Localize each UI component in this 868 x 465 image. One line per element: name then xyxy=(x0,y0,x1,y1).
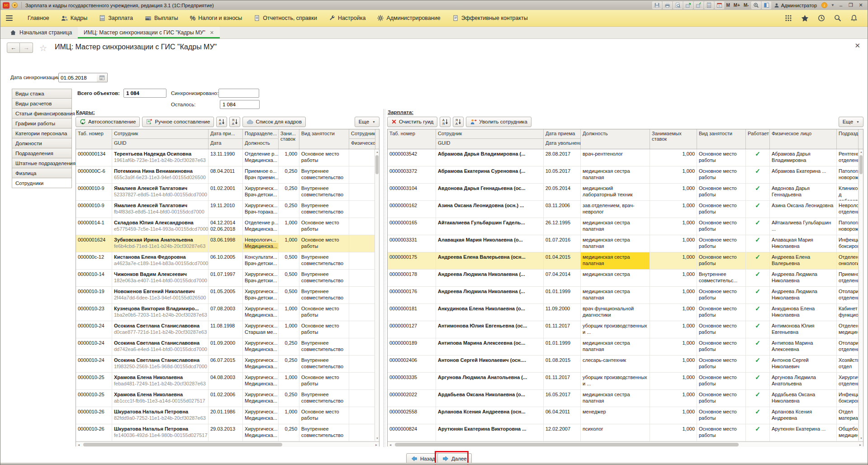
zarplata-row[interactable]: 0000003331Алавацкая Мария Николаевна (о.… xyxy=(388,235,863,252)
menu-kadry[interactable]: Кадры xyxy=(55,10,93,27)
back-button[interactable]: Назад xyxy=(406,453,440,464)
cell-podrazdelenie[interactable]: Хозяйств отдел xyxy=(837,356,859,372)
scroll-down-icon[interactable]: ▾ xyxy=(859,436,863,441)
cell-podrazdelenie[interactable]: Хирургическ...Врач-детски... xyxy=(243,184,279,200)
kadry-row[interactable]: 0000010-25Храмова Елена Николаевнаab1ccc… xyxy=(76,390,379,407)
zarplata-row[interactable]: 0000000176Андреева Людмила Николаевна (.… xyxy=(388,287,863,304)
cell-stavok[interactable]: 1,000 xyxy=(650,287,697,304)
cell-fizlico[interactable]: Анкудинова Елена Николаевна xyxy=(770,304,837,321)
cell-sotrudnik-v-programme[interactable] xyxy=(349,184,375,200)
cell-rabotaet[interactable]: ✓ xyxy=(746,149,770,166)
cell-sotrudnik[interactable]: Чижонков Вадим Алексеевич182e063a-e407-1… xyxy=(112,270,209,286)
cell-podrazdelenie[interactable]: Отдел материал xyxy=(837,407,859,424)
cell-vid-zanyatosti[interactable]: Основное место работы xyxy=(697,373,746,389)
cell-data-priema[interactable]: 01.11.2017 xyxy=(544,321,581,338)
cell-vid-zanyatosti[interactable]: Основное место работы xyxy=(299,321,349,338)
sort-desc-button[interactable]: ЯА xyxy=(453,117,464,127)
cell-sotrudnik[interactable]: Храмова Елена Николаевнаab1ccc1f-fb9b-11… xyxy=(112,390,209,407)
cell-sotrudnik[interactable]: Андреева Людмила Николаевна (... xyxy=(436,287,544,304)
cell-data[interactable]: 06.07.2015 xyxy=(209,356,243,372)
cell-data-priema[interactable]: 01.07.2016 xyxy=(544,235,581,252)
menu-vyplaty[interactable]: Выплаты xyxy=(139,10,184,27)
cell-stavok[interactable]: 1,000 xyxy=(650,304,697,321)
cell-stavok[interactable]: 1,000 xyxy=(650,407,697,424)
cell-podrazdelenie[interactable]: Отоларин отделени xyxy=(837,338,859,355)
cell-podrazdelenie[interactable]: Хирургическ...Медицинска... xyxy=(243,424,279,441)
cell-data-priema[interactable]: 01.01.1999 xyxy=(544,287,581,304)
kadry-row[interactable]: 0000010-24Осокина Светлана Станиславовна… xyxy=(76,338,379,356)
cell-tab-nomer[interactable]: 0000000181 xyxy=(388,304,436,321)
manual-match-button[interactable]: Ручное сопоставление xyxy=(142,117,214,127)
zarplata-row[interactable]: 0000000162Азина Оксана Леонидовна (осн.)… xyxy=(388,201,863,218)
cell-dolzhnost[interactable]: менеджер xyxy=(581,407,650,424)
kadry-row[interactable]: 00000014-1Складова Юлия Александровнаe57… xyxy=(76,218,379,235)
zarplata-v-scrollbar[interactable]: ▴ ▾ xyxy=(859,149,863,441)
cell-data[interactable]: 06.10.2005 xyxy=(209,252,243,269)
cell-sotrudnik[interactable]: Складова Юлия Александровнаe5775459-7c5e… xyxy=(112,218,209,235)
scroll-up-icon[interactable]: ▴ xyxy=(859,149,863,154)
cell-fizlico[interactable]: Андреева Людмила Николаевна xyxy=(770,270,837,286)
cell-tab-nomer[interactable]: 00000014-1 xyxy=(76,218,112,235)
col-header-data-priema[interactable]: Дата при...Дата xyxy=(209,129,243,149)
menu-otchetnost[interactable]: Отчетность, справки xyxy=(248,10,323,27)
cell-dolzhnost[interactable]: психолог xyxy=(581,424,650,441)
cell-stavok[interactable]: 1,000 xyxy=(650,321,697,338)
cell-fizlico[interactable]: Антимонова Юлия Евгеньевна xyxy=(770,321,837,338)
zarplata-h-scrollbar[interactable]: ◂ ▸ xyxy=(388,441,863,447)
kadry-row[interactable]: 0000010-19Новоженов Евгений Николаевич2f… xyxy=(76,287,379,304)
cell-data[interactable]: 19.11.2010 xyxy=(209,201,243,218)
zarplata-row[interactable]: 0000003372Абрамова Екатерина Суреновна (… xyxy=(388,166,863,184)
menu-nastroika[interactable]: Настройка xyxy=(323,10,372,27)
cell-tab-nomer[interactable]: 0000010-26 xyxy=(76,407,112,424)
cell-sotrudnik[interactable]: Осокина Светлана Станиславовнаdd742ea6-e… xyxy=(112,338,209,355)
cell-data-priema[interactable]: 26.12.1995 xyxy=(544,218,581,235)
total-objects-field[interactable]: 1 084 xyxy=(123,89,166,98)
cell-stavok[interactable]: 0,250 xyxy=(279,184,299,200)
import-file-icon[interactable] xyxy=(694,1,703,9)
cell-podrazdelenie[interactable]: Приемное отделение xyxy=(837,270,859,286)
cell-podrazdelenie[interactable]: Клинико-д лаборато xyxy=(837,184,859,200)
cell-stavok[interactable]: 1,000 xyxy=(650,149,697,166)
cell-stavok[interactable]: 0,500 xyxy=(279,270,299,286)
col-header-vid-zanyatosti[interactable]: Вид занятости xyxy=(299,129,349,149)
cell-sotrudnik[interactable]: Анкудинова Елена Николаевна (о... xyxy=(436,304,544,321)
cell-tab-nomer[interactable]: 0000000162 xyxy=(388,201,436,218)
cell-podrazdelenie[interactable]: Патологи: новорожд xyxy=(837,218,859,235)
cell-dolzhnost[interactable]: медицинская сестра xyxy=(581,270,650,286)
cell-vid-zanyatosti[interactable]: Внутреннее совместительство xyxy=(299,390,349,407)
cell-podrazdelenie[interactable]: Хирургическ...Медицинска... xyxy=(243,338,279,355)
cell-sotrudnik[interactable]: Терентьева Надежда Осиповна1961af6b-723e… xyxy=(112,149,209,166)
cell-vid-zanyatosti[interactable]: Основное место работы xyxy=(697,287,746,304)
cell-vid-zanyatosti[interactable]: Основное место работы xyxy=(299,407,349,424)
cell-podrazdelenie[interactable]: Хирургическ...Медицинска... xyxy=(243,390,279,407)
zarplata-row[interactable]: 0000000178Андреева Людмила Николаевна (.… xyxy=(388,270,863,287)
scroll-down-icon[interactable]: ▾ xyxy=(375,436,379,441)
cell-sotrudnik-v-programme[interactable] xyxy=(349,304,375,321)
synced-field[interactable] xyxy=(218,89,259,98)
cell-podrazdelenie[interactable]: Хирургиче отделение xyxy=(837,373,859,389)
cell-tab-nomer[interactable]: 0000003372 xyxy=(388,166,436,183)
cell-stavok[interactable]: 1,000 xyxy=(650,166,697,183)
sort-asc-button[interactable]: АЯ xyxy=(440,117,451,127)
cell-rabotaet[interactable]: ✓ xyxy=(746,201,770,218)
save-icon[interactable] xyxy=(652,1,662,9)
cell-fizlico[interactable]: Аргунова Людмила Анатольевна xyxy=(770,373,837,389)
cell-tab-nomer[interactable]: 00000010-9 xyxy=(76,184,112,200)
calendar-picker-icon[interactable] xyxy=(97,73,108,82)
panel-splitter[interactable] xyxy=(384,109,385,447)
scroll-left-icon[interactable]: ◂ xyxy=(388,442,393,447)
cell-dolzhnost[interactable]: уборщик производственных и ... xyxy=(581,321,650,338)
zarplata-row[interactable]: 0000003542Абрамова Дарья Владимировна (.… xyxy=(388,149,863,166)
cell-vid-zanyatosti[interactable]: Основное место работы xyxy=(697,390,746,407)
cell-stavok[interactable]: 1,000 xyxy=(279,218,299,235)
cell-tab-nomer[interactable]: 0000000175 xyxy=(388,252,436,269)
cell-vid-zanyatosti[interactable]: Внутреннее совместительство xyxy=(299,287,349,304)
tab-sync-master[interactable]: ИМЦ: Мастер синхронизации с ГИС "Кадры М… xyxy=(78,27,220,38)
zarplata-row[interactable]: 0000002558Арланова Ксения Андреевна (осн… xyxy=(388,407,863,424)
cell-podrazdelenie[interactable]: Отделени онкологи xyxy=(837,252,859,269)
cell-data[interactable]: 04.08.2003 xyxy=(209,373,243,389)
cell-sotrudnik[interactable]: Шкуратова Наталья Петровна82fdd9a0-7252-… xyxy=(112,407,209,424)
cell-stavok[interactable]: 1,000 xyxy=(650,252,697,269)
cell-fizlico[interactable]: Антонов Сергей Николаевич xyxy=(770,356,837,372)
cell-sotrudnik[interactable]: Азина Оксана Леонидовна (осн.) ... xyxy=(436,201,544,218)
